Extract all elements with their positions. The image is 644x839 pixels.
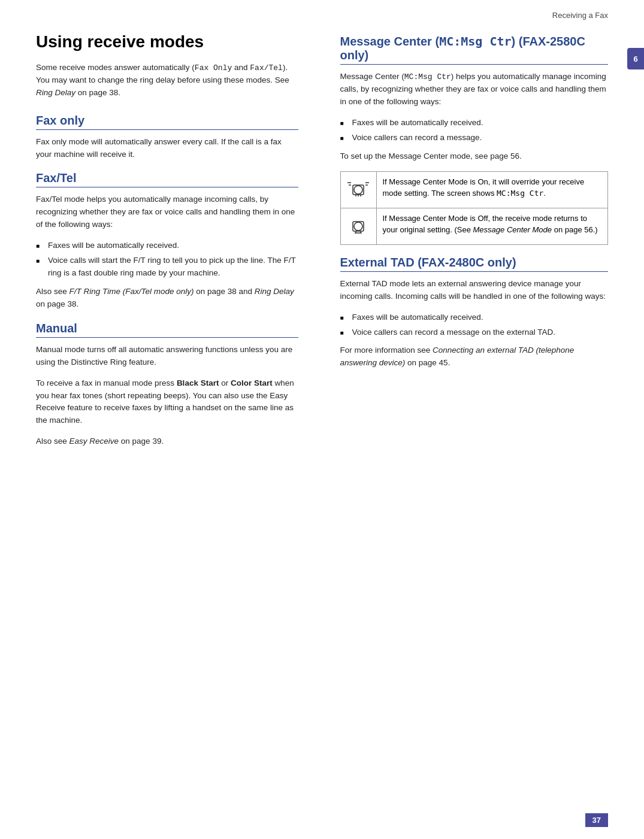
- tad-off-svg: [345, 213, 371, 240]
- svg-point-10: [354, 222, 362, 231]
- page-number: 37: [585, 813, 608, 827]
- fax-tel-bullets: Faxes will be automatically received. Vo…: [36, 240, 298, 280]
- mc-footer: To set up the Message Center mode, see p…: [340, 150, 609, 163]
- tad-bullets: Faxes will be automatically received. Vo…: [340, 311, 609, 339]
- section-fax-tel: Fax/Tel Fax/Tel mode helps you automatic…: [36, 171, 298, 310]
- section-title-fax-only: Fax only: [36, 114, 298, 130]
- right-column: Message Center (MC:Msg Ctr) (FAX-2580C o…: [334, 32, 609, 459]
- section-external-tad: External TAD (FAX-2480C only) External T…: [340, 256, 609, 370]
- page-header: Receiving a Fax: [0, 0, 644, 26]
- intro-paragraph: Some receive modes answer automatically …: [36, 62, 298, 99]
- fax-tel-footer: Also see F/T Ring Time (Fax/Tel mode onl…: [36, 286, 298, 311]
- table-cell-off-text: If Message Center Mode is Off, the recei…: [376, 208, 608, 244]
- section-title-external-tad: External TAD (FAX-2480C only): [340, 256, 609, 272]
- icon-cell-on: [340, 171, 376, 208]
- tad-on-svg: [345, 177, 371, 203]
- page-title: Using receive modes: [36, 32, 298, 52]
- table-cell-on-text: If Message Center Mode is On, it will ov…: [376, 171, 608, 208]
- table-row: If Message Center Mode is On, it will ov…: [340, 171, 608, 208]
- page-content: Using receive modes Some receive modes a…: [0, 26, 644, 495]
- fax-tel-body: Fax/Tel mode helps you automatically man…: [36, 193, 298, 231]
- bullet-item: Voice callers can record a message on th…: [340, 326, 609, 339]
- tad-off-icon: [344, 213, 373, 240]
- manual-body2: To receive a fax in manual mode press Bl…: [36, 377, 298, 428]
- bullet-item: Voice callers can record a message.: [340, 132, 609, 144]
- bullet-item: Faxes will be automatically received.: [340, 117, 609, 129]
- bullet-item: Voice calls will start the F/T ring to t…: [36, 255, 298, 280]
- tad-body: External TAD mode lets an external answe…: [340, 278, 609, 303]
- fax-only-body: Fax only mode will automatically answer …: [36, 136, 298, 161]
- bullet-item: Faxes will be automatically received.: [340, 311, 609, 324]
- chapter-tab: 6: [627, 48, 644, 69]
- table-row: If Message Center Mode is Off, the recei…: [340, 208, 608, 244]
- section-fax-only: Fax only Fax only mode will automaticall…: [36, 114, 298, 161]
- svg-point-5: [354, 186, 362, 194]
- manual-footer: Also see Easy Receive on page 39.: [36, 435, 298, 448]
- left-column: Using receive modes Some receive modes a…: [36, 32, 310, 459]
- mc-bullets: Faxes will be automatically received. Vo…: [340, 117, 609, 144]
- mc-body: Message Center (MC:Msg Ctr) helps you au…: [340, 71, 609, 108]
- section-manual: Manual Manual mode turns off all automat…: [36, 322, 298, 448]
- icon-cell-off: [340, 208, 376, 244]
- section-title-message-center: Message Center (MC:Msg Ctr) (FAX-2580C o…: [340, 34, 609, 65]
- mc-info-table: If Message Center Mode is On, it will ov…: [340, 171, 609, 245]
- tad-on-icon: [344, 177, 373, 203]
- bullet-item: Faxes will be automatically received.: [36, 240, 298, 252]
- manual-body1: Manual mode turns off all automatic answ…: [36, 344, 298, 369]
- header-title: Receiving a Fax: [552, 11, 608, 20]
- section-message-center: Message Center (MC:Msg Ctr) (FAX-2580C o…: [340, 34, 609, 245]
- section-title-fax-tel: Fax/Tel: [36, 171, 298, 187]
- chapter-number: 6: [633, 54, 637, 63]
- section-title-manual: Manual: [36, 322, 298, 338]
- tad-footer: For more information see Connecting an e…: [340, 344, 609, 369]
